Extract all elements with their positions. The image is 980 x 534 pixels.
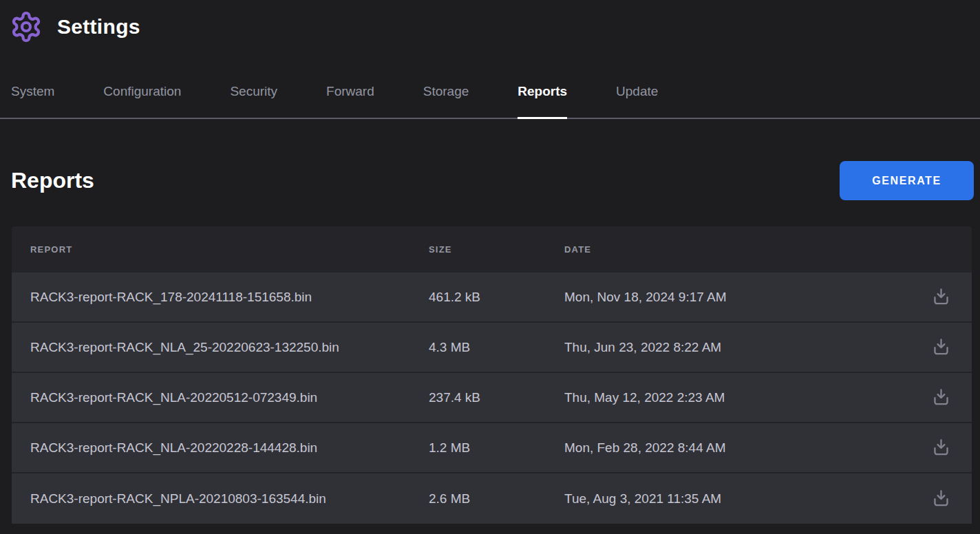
tab-storage[interactable]: Storage [423, 84, 469, 118]
report-size: 1.2 MB [429, 440, 564, 456]
report-date: Thu, Jun 23, 2022 8:22 AM [564, 340, 910, 355]
report-name: RACK3-report-RACK_NLA-20220512-072349.bi… [30, 390, 429, 405]
generate-button[interactable]: GENERATE [840, 161, 974, 200]
tab-forward[interactable]: Forward [326, 84, 374, 118]
report-size: 461.2 kB [429, 290, 564, 305]
report-date: Mon, Nov 18, 2024 9:17 AM [564, 290, 910, 305]
download-button[interactable] [910, 373, 972, 422]
report-size: 4.3 MB [429, 340, 564, 355]
column-header-report: REPORT [30, 244, 429, 255]
table-header-row: REPORT SIZE DATE [12, 226, 972, 273]
page-title: Settings [57, 15, 140, 39]
tab-configuration[interactable]: Configuration [103, 84, 181, 118]
download-icon [930, 488, 952, 509]
table-row: RACK3-report-RACK_NLA-20220228-144428.bi… [12, 423, 972, 473]
tab-reports[interactable]: Reports [518, 84, 567, 118]
column-header-date: DATE [564, 244, 910, 255]
report-size: 2.6 MB [429, 491, 564, 506]
table-row: RACK3-report-RACK_NLA-20220512-072349.bi… [12, 373, 972, 423]
download-button[interactable] [910, 473, 972, 524]
report-date: Tue, Aug 3, 2021 11:35 AM [564, 491, 910, 506]
section-title: Reports [11, 168, 94, 193]
tab-system[interactable]: System [11, 84, 54, 118]
table-row: RACK3-report-RACK_178-20241118-151658.bi… [12, 273, 972, 323]
report-name: RACK3-report-RACK_178-20241118-151658.bi… [30, 290, 429, 305]
report-name: RACK3-report-RACK_NLA-20220228-144428.bi… [30, 440, 429, 456]
column-header-size: SIZE [429, 244, 564, 255]
download-button[interactable] [910, 323, 972, 372]
app-header: Settings [0, 0, 980, 47]
report-name: RACK3-report-RACK_NLA_25-20220623-132250… [30, 340, 429, 355]
reports-section-head: Reports GENERATE [0, 161, 980, 200]
gear-icon [10, 10, 43, 43]
table-body: RACK3-report-RACK_178-20241118-151658.bi… [12, 273, 972, 524]
report-size: 237.4 kB [429, 390, 564, 405]
download-button[interactable] [910, 423, 972, 472]
reports-table: REPORT SIZE DATE RACK3-report-RACK_178-2… [12, 226, 972, 524]
report-name: RACK3-report-RACK_NPLA-20210803-163544.b… [30, 491, 429, 506]
table-row: RACK3-report-RACK_NPLA-20210803-163544.b… [12, 473, 972, 524]
download-icon [930, 286, 952, 308]
download-icon [930, 437, 952, 458]
download-button[interactable] [910, 273, 972, 321]
download-icon [930, 337, 952, 358]
download-icon [930, 387, 952, 408]
tab-update[interactable]: Update [616, 84, 658, 118]
table-row: RACK3-report-RACK_NLA_25-20220623-132250… [12, 323, 972, 373]
settings-tab-bar: System Configuration Security Forward St… [0, 84, 980, 119]
report-date: Mon, Feb 28, 2022 8:44 AM [564, 440, 910, 456]
report-date: Thu, May 12, 2022 2:23 AM [564, 390, 910, 405]
tab-security[interactable]: Security [230, 84, 277, 118]
